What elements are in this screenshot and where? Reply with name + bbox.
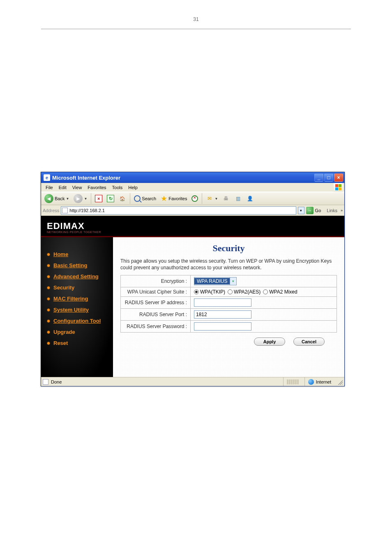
close-button[interactable]: × bbox=[334, 173, 343, 182]
chevron-down-icon: ▼ bbox=[66, 197, 69, 201]
mail-button[interactable]: ✉▼ bbox=[204, 194, 219, 203]
sidebar-item-security[interactable]: Security bbox=[41, 282, 113, 293]
sidebar-item-advanced-setting[interactable]: Advanced Setting bbox=[41, 271, 113, 282]
status-pane-progress bbox=[283, 377, 302, 386]
forward-button[interactable]: ► ▼ bbox=[72, 193, 89, 204]
chevron-down-icon: ▼ bbox=[214, 197, 218, 201]
links-chevron-icon[interactable]: » bbox=[341, 208, 343, 213]
page-number: 31 bbox=[193, 16, 198, 22]
window-title: Microsoft Internet Explorer bbox=[52, 175, 120, 181]
cancel-button[interactable]: Cancel bbox=[293, 338, 325, 346]
encryption-label: Encryption : bbox=[121, 275, 191, 287]
favorites-button[interactable]: ★ Favorites bbox=[159, 193, 189, 204]
address-input[interactable]: http://192.168.2.1 bbox=[61, 206, 296, 215]
brand-header: EDIMAX NETWORKING PEOPLE TOGETHER bbox=[41, 216, 344, 237]
address-dropdown-button[interactable]: ▾ bbox=[298, 207, 304, 214]
bullet-icon bbox=[47, 286, 50, 289]
page-title: Security bbox=[120, 243, 337, 254]
radio-icon bbox=[263, 289, 268, 294]
cipher-radio-wpatkip[interactable]: WPA(TKIP) bbox=[194, 289, 225, 295]
encryption-select[interactable]: WPA RADIUS ▾ bbox=[194, 277, 237, 285]
status-text: Done bbox=[51, 379, 62, 384]
menu-tools[interactable]: Tools bbox=[109, 185, 126, 190]
cipher-radio-wpa2aes[interactable]: WPA2(AES) bbox=[228, 289, 261, 295]
sidebar-item-home[interactable]: Home bbox=[41, 249, 113, 260]
back-label: Back bbox=[55, 196, 65, 201]
menu-view[interactable]: View bbox=[69, 185, 85, 190]
messenger-button[interactable]: 👤 bbox=[244, 194, 255, 203]
bullet-icon bbox=[47, 264, 50, 267]
sidebar-item-basic-setting[interactable]: Basic Setting bbox=[41, 260, 113, 271]
edit-button[interactable]: ▥ bbox=[233, 194, 243, 203]
menu-edit[interactable]: Edit bbox=[56, 185, 69, 190]
bullet-icon bbox=[47, 319, 50, 323]
bullet-icon bbox=[47, 331, 50, 334]
window-titlebar: e Microsoft Internet Explorer _ □ × bbox=[41, 172, 344, 183]
page-icon bbox=[62, 208, 68, 213]
favorites-label: Favorites bbox=[168, 196, 187, 201]
menu-file[interactable]: File bbox=[43, 185, 56, 190]
forward-icon: ► bbox=[74, 194, 83, 203]
chevron-down-icon: ▾ bbox=[230, 278, 236, 285]
settings-table: Encryption : WPA RADIUS ▾ WPA Unicast Ci… bbox=[120, 275, 337, 333]
bullet-icon bbox=[47, 253, 50, 256]
bullet-icon bbox=[47, 308, 50, 312]
messenger-icon: 👤 bbox=[246, 195, 254, 202]
sidebar-item-label: MAC Filtering bbox=[53, 296, 88, 302]
minimize-button[interactable]: _ bbox=[314, 173, 323, 182]
ie-icon: e bbox=[44, 174, 50, 181]
bullet-icon bbox=[47, 297, 50, 301]
cipher-label: WPA Unicast Cipher Suite : bbox=[121, 287, 191, 297]
menu-help[interactable]: Help bbox=[125, 185, 141, 190]
radius-password-input[interactable] bbox=[194, 322, 251, 331]
toolbar-separator bbox=[202, 193, 202, 204]
go-button[interactable]: → bbox=[306, 207, 314, 214]
sidebar-item-label: Home bbox=[53, 251, 68, 257]
radius-ip-label: RADIUS Server IP address : bbox=[121, 297, 191, 309]
search-icon bbox=[134, 195, 141, 202]
sidebar-item-label: Reset bbox=[53, 340, 68, 346]
search-button[interactable]: Search bbox=[132, 194, 158, 203]
sidebar-item-configuration-tool[interactable]: Configuration Tool bbox=[41, 315, 113, 326]
sidebar-item-reset[interactable]: Reset bbox=[41, 338, 113, 349]
back-icon: ◄ bbox=[44, 194, 53, 203]
sidebar-item-system-utility[interactable]: System Utility bbox=[41, 304, 113, 315]
radius-port-input[interactable] bbox=[194, 310, 251, 319]
stop-button[interactable]: × bbox=[93, 194, 104, 203]
radius-port-label: RADIUS Server Port : bbox=[121, 309, 191, 321]
sidebar-item-upgrade[interactable]: Upgrade bbox=[41, 326, 113, 338]
search-label: Search bbox=[142, 196, 156, 201]
address-bar: Address http://192.168.2.1 ▾ → Go Links … bbox=[41, 205, 344, 216]
bullet-icon bbox=[47, 275, 50, 278]
globe-icon bbox=[308, 379, 314, 385]
sidebar-item-mac-filtering[interactable]: MAC Filtering bbox=[41, 293, 113, 304]
radio-label: WPA2 Mixed bbox=[269, 289, 297, 295]
status-pane-zone: Internet bbox=[304, 377, 334, 386]
resize-grip[interactable] bbox=[337, 379, 343, 385]
back-button[interactable]: ◄ Back ▼ bbox=[43, 193, 71, 204]
page-content: EDIMAX NETWORKING PEOPLE TOGETHER HomeBa… bbox=[41, 216, 344, 377]
sidebar-nav: HomeBasic SettingAdvanced SettingSecurit… bbox=[41, 237, 113, 377]
toolbar-separator bbox=[91, 193, 91, 204]
menu-favorites[interactable]: Favorites bbox=[85, 185, 109, 190]
maximize-button[interactable]: □ bbox=[324, 173, 333, 182]
cipher-radio-wpa2mixed[interactable]: WPA2 Mixed bbox=[263, 289, 297, 295]
menu-bar: File Edit View Favorites Tools Help bbox=[41, 183, 344, 192]
apply-button[interactable]: Apply bbox=[254, 338, 285, 346]
print-button[interactable]: 🖶 bbox=[221, 194, 231, 203]
star-icon: ★ bbox=[161, 194, 167, 203]
radio-label: WPA(TKIP) bbox=[200, 289, 225, 295]
radius-password-label: RADIUS Server Password : bbox=[121, 321, 191, 333]
page-icon bbox=[43, 379, 48, 385]
home-button[interactable]: 🏠 bbox=[117, 194, 128, 203]
radius-ip-input[interactable] bbox=[194, 298, 251, 307]
radio-icon bbox=[194, 289, 199, 294]
links-label[interactable]: Links bbox=[327, 208, 339, 213]
sidebar-item-label: Security bbox=[53, 284, 74, 291]
toolbar: ◄ Back ▼ ► ▼ × ↻ 🏠 Search ★ Favorites ✉▼… bbox=[41, 192, 344, 205]
browser-window: e Microsoft Internet Explorer _ □ × File… bbox=[41, 172, 345, 386]
history-button[interactable] bbox=[190, 194, 200, 203]
sidebar-item-label: System Utility bbox=[53, 307, 89, 313]
refresh-button[interactable]: ↻ bbox=[105, 194, 116, 203]
zone-label: Internet bbox=[316, 379, 331, 384]
